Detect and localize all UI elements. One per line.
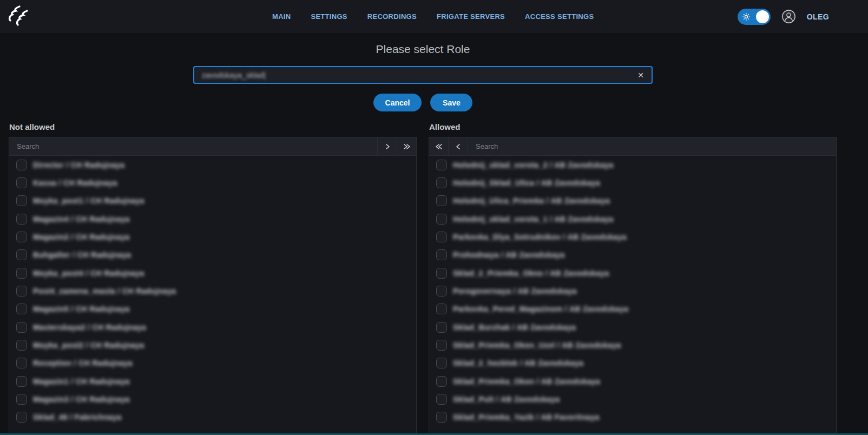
list-item[interactable]: Porogovernaya / AB Zavodskaya: [429, 282, 836, 300]
item-checkbox[interactable]: [436, 412, 447, 423]
list-item[interactable]: Magazin2 / CH Radujnaya: [9, 228, 416, 246]
list-item[interactable]: Magazin4 / CH Radujnaya: [9, 210, 416, 228]
nav-item-settings[interactable]: SETTINGS: [311, 12, 347, 21]
item-label: Magazin4 / CH Radujnaya: [33, 215, 130, 223]
item-checkbox[interactable]: [16, 268, 27, 279]
not-allowed-title: Not allowed: [9, 122, 55, 131]
chevron-right-icon: [384, 143, 391, 150]
list-item[interactable]: Moyka_post1 / CH Radujnaya: [9, 192, 416, 210]
not-allowed-search-input[interactable]: [9, 137, 377, 155]
item-checkbox[interactable]: [436, 160, 447, 170]
item-checkbox[interactable]: [16, 249, 27, 260]
nav-item-access-settings[interactable]: ACCESS SETTINGS: [525, 12, 594, 21]
allowed-search-input[interactable]: [468, 137, 836, 155]
item-checkbox[interactable]: [16, 232, 27, 242]
list-item[interactable]: Holodnij_Sklad_Ulica / AB Zavodskaya: [429, 174, 836, 192]
item-label: Sklad_2_Priemka_Okno / AB Zavodskaya: [453, 269, 609, 278]
move-selected-left-button[interactable]: [449, 137, 468, 155]
top-navbar: MAIN SETTINGS RECORDINGS FRIGATE SERVERS…: [0, 0, 868, 33]
item-checkbox[interactable]: [436, 214, 447, 225]
list-item[interactable]: Holodnij_sklad_vorota_1 / AB Zavodskaya: [429, 210, 836, 228]
item-checkbox[interactable]: [436, 249, 447, 260]
list-item[interactable]: Sklad_Priemka_Yazik / AB Favoritnaya: [429, 408, 836, 426]
list-item[interactable]: Magazin5 / CH Radujnaya: [9, 300, 416, 318]
move-all-right-button[interactable]: [397, 137, 416, 155]
dialog-actions: Cancel Save: [193, 94, 653, 111]
item-label: Magazin1 / CH Radujnaya: [33, 377, 130, 386]
item-checkbox[interactable]: [436, 268, 447, 279]
item-label: Sklad_Burzhak / AB Zavodskaya: [453, 323, 576, 332]
list-item[interactable]: Kassa / CH Radujnaya: [9, 174, 416, 192]
frigate-birds-logo[interactable]: [6, 4, 31, 29]
item-checkbox[interactable]: [436, 232, 447, 242]
item-label: Magazin3 / CH Radujnaya: [33, 395, 130, 404]
item-checkbox[interactable]: [16, 394, 27, 405]
move-all-left-button[interactable]: [429, 137, 449, 155]
list-item[interactable]: Sklad_2_hozblok / AB Zavodskaya: [429, 354, 836, 372]
item-checkbox[interactable]: [16, 340, 27, 351]
list-item[interactable]: Sklad_Priemka_Okon / AB Zavodskaya: [429, 372, 836, 390]
item-checkbox[interactable]: [16, 286, 27, 296]
clear-input-icon[interactable]: ✕: [630, 71, 652, 79]
not-allowed-list: Director / CH RadujnayaKassa / CH Radujn…: [9, 156, 416, 435]
list-item[interactable]: Moyka_post2 / CH Radujnaya: [9, 336, 416, 354]
item-label: Magazin5 / CH Radujnaya: [33, 305, 130, 313]
item-checkbox[interactable]: [436, 376, 447, 387]
item-checkbox[interactable]: [436, 340, 447, 351]
list-item[interactable]: Buhgalter / CH Radujnaya: [9, 246, 416, 264]
item-checkbox[interactable]: [436, 322, 447, 333]
list-item[interactable]: Holodnij_Ulica_Priemka / AB Zavodskaya: [429, 192, 836, 210]
theme-toggle-switch[interactable]: [738, 9, 771, 25]
item-checkbox[interactable]: [16, 195, 27, 206]
list-item[interactable]: Parkovka_Dlya_Sotrudnikov / AB Zavodskay…: [429, 228, 836, 246]
nav-item-main[interactable]: MAIN: [272, 12, 291, 21]
nav-item-frigate-servers[interactable]: FRIGATE SERVERS: [437, 12, 505, 21]
role-input[interactable]: zavodskaya_sklad| ✕: [193, 66, 653, 84]
item-checkbox[interactable]: [16, 177, 27, 188]
move-selected-right-button[interactable]: [377, 137, 397, 155]
item-label: Prohodnaya / AB Zavodskaya: [453, 251, 565, 259]
item-label: Holodnij_Sklad_Ulica / AB Zavodskaya: [453, 179, 600, 187]
list-item[interactable]: Parkovka_Pered_Magazinom / AB Zavodskaya: [429, 300, 836, 318]
item-label: Holodnij_sklad_vorota_1 / AB Zavodskaya: [453, 215, 614, 223]
list-item[interactable]: Masterskaya2 / CH Radujnaya: [9, 318, 416, 336]
item-checkbox[interactable]: [16, 412, 27, 423]
allowed-list: Holodnij_sklad_vorota_2 / AB ZavodskayaH…: [429, 156, 836, 435]
nav-item-recordings[interactable]: RECORDINGS: [367, 12, 417, 21]
item-checkbox[interactable]: [436, 358, 447, 368]
list-item[interactable]: Holodnij_sklad_vorota_2 / AB Zavodskaya: [429, 156, 836, 174]
user-avatar-button[interactable]: [781, 9, 796, 24]
item-checkbox[interactable]: [16, 304, 27, 314]
item-checkbox[interactable]: [16, 376, 27, 387]
item-label: Kassa / CH Radujnaya: [33, 179, 117, 187]
list-item[interactable]: Post4_zamena_masla / CH Radujnaya: [9, 282, 416, 300]
item-checkbox[interactable]: [436, 304, 447, 314]
cancel-button[interactable]: Cancel: [373, 94, 422, 111]
list-item[interactable]: Sklad_Burzhak / AB Zavodskaya: [429, 318, 836, 336]
item-checkbox[interactable]: [436, 177, 447, 188]
list-item[interactable]: Sklad_48 / Fabrichnaya: [9, 408, 416, 426]
item-checkbox[interactable]: [436, 195, 447, 206]
username-label[interactable]: OLEG: [807, 12, 829, 21]
allowed-title: Allowed: [429, 122, 461, 131]
list-item[interactable]: Sklad_2_Priemka_Okno / AB Zavodskaya: [429, 264, 836, 282]
list-item[interactable]: Magazin3 / CH Radujnaya: [9, 390, 416, 408]
role-input-value[interactable]: zavodskaya_sklad|: [194, 71, 630, 80]
item-label: Porogovernaya / AB Zavodskaya: [453, 287, 577, 295]
save-button[interactable]: Save: [430, 94, 472, 111]
list-item[interactable]: Prohodnaya / AB Zavodskaya: [429, 246, 836, 264]
list-item[interactable]: Magazin1 / CH Radujnaya: [9, 372, 416, 390]
item-checkbox[interactable]: [436, 394, 447, 405]
item-checkbox[interactable]: [16, 214, 27, 225]
item-checkbox[interactable]: [16, 160, 27, 170]
item-label: Holodnij_Ulica_Priemka / AB Zavodskaya: [453, 196, 610, 205]
list-item[interactable]: Sklad_Priemka_Okon_Uzel / AB Zavodskaya: [429, 336, 836, 354]
list-item[interactable]: Director / CH Radujnaya: [9, 156, 416, 174]
list-item[interactable]: Sklad_Pult / AB Zavodskaya: [429, 390, 836, 408]
item-label: Sklad_2_hozblok / AB Zavodskaya: [453, 359, 583, 367]
list-item[interactable]: Moyka_post4 / CH Radujnaya: [9, 264, 416, 282]
item-checkbox[interactable]: [16, 322, 27, 333]
item-checkbox[interactable]: [436, 286, 447, 296]
list-item[interactable]: Reception / CH Radujnaya: [9, 354, 416, 372]
item-checkbox[interactable]: [16, 358, 27, 368]
